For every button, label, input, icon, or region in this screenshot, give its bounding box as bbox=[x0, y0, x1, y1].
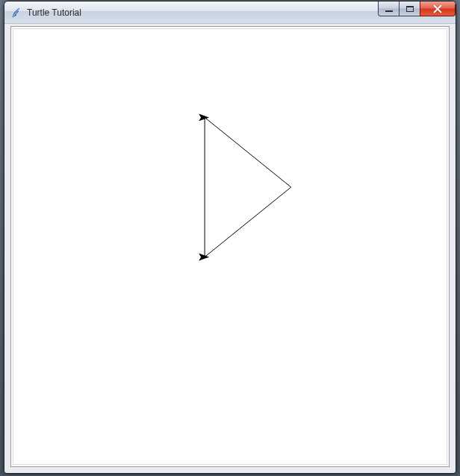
turtle-segment bbox=[205, 187, 291, 257]
turtle-canvas bbox=[11, 27, 449, 466]
minimize-icon bbox=[385, 10, 393, 12]
close-icon bbox=[433, 4, 442, 13]
maximize-button[interactable] bbox=[399, 1, 420, 16]
app-window: Turtle Tutorial bbox=[4, 1, 456, 474]
minimize-button[interactable] bbox=[378, 1, 400, 16]
tk-feather-icon bbox=[10, 7, 22, 19]
maximize-icon bbox=[406, 6, 414, 12]
window-title: Turtle Tutorial bbox=[27, 1, 81, 24]
turtle-segment bbox=[205, 117, 291, 187]
caption-buttons bbox=[379, 1, 456, 16]
close-button[interactable] bbox=[420, 1, 456, 16]
canvas-frame bbox=[10, 26, 450, 467]
titlebar[interactable]: Turtle Tutorial bbox=[4, 1, 456, 24]
